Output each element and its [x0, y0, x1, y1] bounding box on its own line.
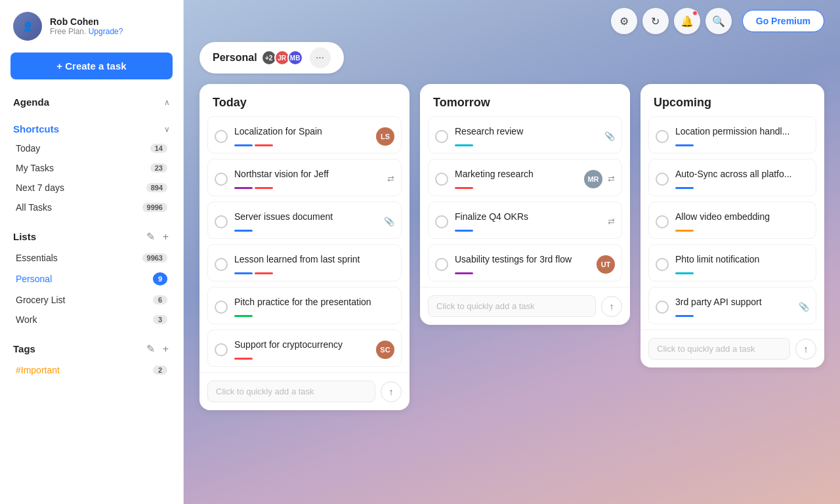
sidebar-item-all-tasks[interactable]: All Tasks 9996: [10, 198, 173, 217]
add-task-input[interactable]: [428, 295, 596, 317]
task-bar-primary: [675, 144, 694, 146]
topbar: ⚙ ↻ 🔔 🔍 Go Premium: [184, 0, 840, 42]
sidebar-item-my-tasks[interactable]: My Tasks 23: [10, 158, 173, 178]
task-checkbox[interactable]: [656, 215, 669, 228]
go-premium-button[interactable]: Go Premium: [742, 10, 824, 32]
task-bars: [234, 355, 371, 360]
task-card[interactable]: Lesson learned from last sprint: [207, 244, 402, 282]
tags-add-button[interactable]: +: [161, 341, 170, 356]
list-item-essentials[interactable]: Essentials 9963: [10, 248, 173, 268]
lists-list: Essentials 9963 Personal 9 Grocery List …: [10, 248, 173, 329]
task-card[interactable]: Research review📎: [428, 116, 622, 154]
task-checkbox[interactable]: [435, 215, 448, 228]
column-tasks-tomorrow: Research review📎Marketing researchMR⇄Fin…: [420, 116, 630, 287]
task-checkbox[interactable]: [656, 173, 669, 186]
shortcuts-section: Shortcuts ∨ Today 14 My Tasks 23 Next 7 …: [0, 117, 183, 222]
task-checkbox[interactable]: [215, 301, 228, 314]
task-card[interactable]: Allow video embedding: [648, 201, 816, 239]
scroll-up-button[interactable]: ↑: [795, 339, 816, 360]
list-item-grocery-list[interactable]: Grocery List 6: [10, 290, 173, 310]
lists-edit-button[interactable]: ✎: [145, 229, 156, 244]
refresh-button[interactable]: ↻: [642, 8, 669, 34]
task-bar-primary: [675, 315, 694, 317]
sidebar-item-today[interactable]: Today 14: [10, 138, 173, 158]
main-content: ⚙ ↻ 🔔 🔍 Go Premium Personal +2 JR MB ···: [184, 0, 840, 504]
task-card[interactable]: Auto-Sync across all platfo...: [648, 159, 816, 196]
tags-list: #Important 2: [10, 360, 173, 380]
board-background: ⚙ ↻ 🔔 🔍 Go Premium Personal +2 JR MB ···: [184, 0, 840, 504]
task-checkbox[interactable]: [215, 258, 228, 271]
upgrade-link[interactable]: Upgrade?: [89, 27, 123, 36]
notification-button[interactable]: 🔔: [674, 8, 700, 34]
search-button[interactable]: 🔍: [705, 8, 732, 34]
task-bar-primary: [234, 187, 253, 189]
lists-header[interactable]: Lists ✎ +: [10, 222, 173, 248]
task-assignee-avatar: UT: [597, 255, 615, 274]
agenda-header[interactable]: Agenda ∧: [10, 90, 173, 112]
settings-button[interactable]: ⚙: [611, 8, 637, 34]
personal-tab[interactable]: Personal +2 JR MB ···: [200, 42, 344, 74]
task-checkbox[interactable]: [435, 258, 448, 271]
task-bar-secondary: [255, 187, 273, 189]
task-card[interactable]: Pitch practice for the presentation: [207, 287, 402, 324]
task-card[interactable]: Northstar vision for Jeff⇄: [207, 159, 402, 196]
task-bar-primary: [455, 272, 473, 274]
task-card[interactable]: Localization for SpainLS: [207, 116, 402, 154]
task-checkbox[interactable]: [215, 173, 228, 186]
task-checkbox[interactable]: [656, 258, 669, 271]
task-checkbox[interactable]: [435, 173, 448, 186]
task-title: Lesson learned from last sprint: [234, 254, 394, 264]
list-item-work[interactable]: Work 3: [10, 310, 173, 329]
board-more-button[interactable]: ···: [310, 47, 331, 68]
task-bars: [675, 142, 809, 146]
task-bars: [455, 270, 591, 274]
column-upcoming: UpcomingLocation permission handl...Auto…: [640, 84, 824, 368]
task-card[interactable]: Server issues document📎: [207, 201, 402, 239]
shortcuts-chevron: ∨: [164, 125, 170, 134]
task-checkbox[interactable]: [215, 130, 228, 143]
task-assignee-avatar: SC: [376, 341, 394, 359]
avatar-stack: +2 JR MB: [264, 50, 303, 66]
task-bars: [675, 227, 809, 232]
task-bar-primary: [234, 144, 253, 146]
tag-item-important[interactable]: #Important 2: [10, 360, 173, 380]
task-bar-primary: [675, 187, 694, 189]
scroll-up-button[interactable]: ↑: [601, 296, 622, 317]
user-plan: Free Plan. Upgrade?: [50, 27, 123, 36]
task-card[interactable]: Phto limit notification: [648, 244, 816, 282]
create-task-button[interactable]: + Create a task: [10, 52, 173, 79]
tags-edit-button[interactable]: ✎: [145, 341, 156, 356]
task-bars: [675, 270, 809, 274]
task-checkbox[interactable]: [215, 343, 228, 356]
scroll-up-button[interactable]: ↑: [381, 381, 402, 402]
task-subtask-icon: ⇄: [608, 174, 615, 184]
task-card[interactable]: Location permission handl...: [648, 116, 816, 154]
task-card[interactable]: Support for cryptocurrencySC: [207, 329, 402, 367]
task-checkbox[interactable]: [656, 130, 669, 143]
add-task-input[interactable]: [648, 338, 790, 360]
task-card[interactable]: Marketing researchMR⇄: [428, 159, 622, 196]
lists-add-button[interactable]: +: [161, 229, 170, 244]
lists-label: Lists: [13, 231, 36, 242]
sidebar-item-next-7-days[interactable]: Next 7 days 894: [10, 178, 173, 198]
shortcuts-header[interactable]: Shortcuts ∨: [10, 117, 173, 138]
task-attachment-icon: 📎: [604, 131, 615, 141]
task-card[interactable]: Usability testings for 3rd flowUT: [428, 244, 622, 282]
task-bars: [675, 312, 793, 317]
task-title: Localization for Spain: [234, 126, 371, 136]
task-checkbox[interactable]: [215, 215, 228, 228]
tags-header[interactable]: Tags ✎ +: [10, 335, 173, 360]
task-checkbox[interactable]: [435, 130, 448, 143]
user-info: Rob Cohen Free Plan. Upgrade?: [50, 16, 123, 36]
task-bars: [234, 184, 382, 189]
task-card[interactable]: 3rd party API support📎: [648, 287, 816, 324]
task-title: Phto limit notification: [675, 254, 809, 264]
tags-label: Tags: [13, 343, 35, 354]
task-card[interactable]: Finalize Q4 OKRs⇄: [428, 201, 622, 239]
task-title: Research review: [455, 126, 599, 136]
task-bar-primary: [455, 230, 473, 232]
task-bar-primary: [234, 230, 253, 232]
task-checkbox[interactable]: [656, 301, 669, 314]
add-task-input[interactable]: [207, 381, 375, 402]
list-item-personal[interactable]: Personal 9: [10, 268, 173, 290]
